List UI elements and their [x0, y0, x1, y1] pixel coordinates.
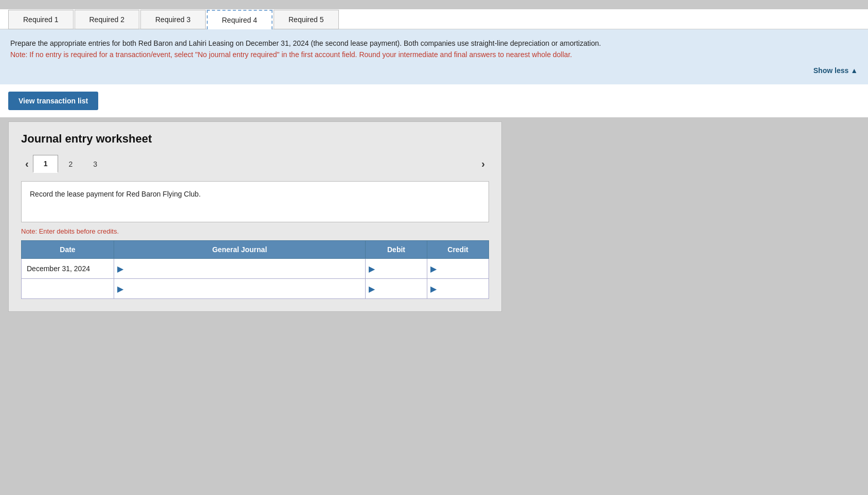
row1-journal-cell[interactable]: ▶: [114, 259, 366, 279]
tab-required-1[interactable]: Required 1: [8, 10, 74, 29]
entry-tab-3[interactable]: 3: [83, 156, 107, 172]
row1-credit-cell[interactable]: ▶: [427, 259, 489, 279]
row1-journal-arrow: ▶: [114, 264, 126, 274]
row2-journal-cell[interactable]: ▶: [114, 279, 366, 299]
table-row: December 31, 2024 ▶ ▶ ▶: [22, 259, 489, 279]
show-less-button[interactable]: Show less ▲: [813, 66, 858, 75]
row2-debit-cell[interactable]: ▶: [366, 279, 427, 299]
journal-table: Date General Journal Debit Credit Decemb…: [21, 240, 489, 299]
view-transaction-list-button[interactable]: View transaction list: [8, 92, 98, 110]
row2-journal-input[interactable]: [126, 279, 365, 298]
nav-next-button[interactable]: ›: [477, 156, 489, 172]
tab-required-2[interactable]: Required 2: [75, 10, 140, 29]
th-debit: Debit: [366, 241, 427, 259]
worksheet-title: Journal entry worksheet: [21, 132, 489, 146]
th-journal: General Journal: [114, 241, 366, 259]
nav-prev-button[interactable]: ‹: [21, 156, 33, 172]
row1-debit-arrow: ▶: [366, 264, 378, 274]
row1-credit-input[interactable]: [440, 259, 489, 278]
row2-debit-arrow: ▶: [366, 284, 378, 294]
table-row: ▶ ▶ ▶: [22, 279, 489, 299]
entry-nav: ‹ 1 2 3 ›: [21, 155, 489, 173]
row2-date: [22, 279, 114, 299]
row1-credit-arrow: ▶: [427, 264, 440, 274]
worksheet-container: Journal entry worksheet ‹ 1 2 3 › Record…: [8, 121, 502, 312]
row2-credit-arrow: ▶: [427, 284, 440, 294]
tab-required-3[interactable]: Required 3: [140, 10, 206, 29]
tab-required-4[interactable]: Required 4: [207, 10, 273, 29]
entry-tab-1[interactable]: 1: [33, 155, 59, 173]
th-date: Date: [22, 241, 114, 259]
top-bar: [0, 0, 868, 9]
entry-tab-2[interactable]: 2: [58, 156, 83, 172]
row1-debit-cell[interactable]: ▶: [366, 259, 427, 279]
th-credit: Credit: [427, 241, 489, 259]
row1-debit-input[interactable]: [378, 259, 427, 278]
instruction-main-text: Prepare the appropriate entries for both…: [10, 39, 601, 47]
row2-credit-cell[interactable]: ▶: [427, 279, 489, 299]
row2-debit-input[interactable]: [378, 279, 427, 298]
tab-required-5[interactable]: Required 5: [274, 10, 339, 29]
description-box: Record the lease payment for Red Baron F…: [21, 181, 489, 222]
row1-date: December 31, 2024: [22, 259, 114, 279]
instruction-box: Prepare the appropriate entries for both…: [0, 29, 868, 84]
note-debits: Note: Enter debits before credits.: [21, 227, 489, 235]
row1-journal-input[interactable]: [126, 259, 365, 278]
row2-journal-arrow: ▶: [114, 284, 126, 294]
tabs-container: Required 1 Required 2 Required 3 Require…: [0, 9, 868, 29]
view-btn-container: View transaction list: [0, 84, 868, 117]
row2-credit-input[interactable]: [440, 279, 489, 298]
description-text: Record the lease payment for Red Baron F…: [30, 190, 201, 198]
instruction-note: Note: If no entry is required for a tran…: [10, 50, 572, 59]
